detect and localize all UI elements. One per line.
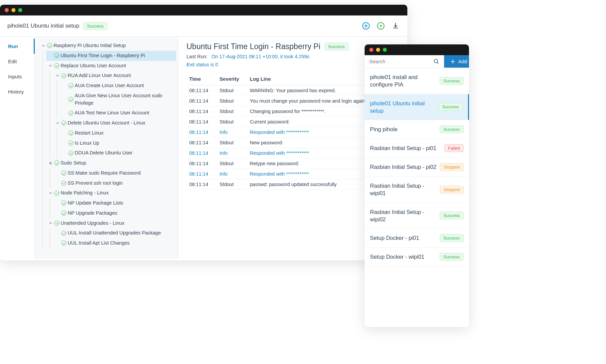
side-nav-item[interactable]: Edit	[0, 54, 35, 69]
log-cell-severity: Stdout	[217, 179, 247, 190]
search-input[interactable]	[369, 59, 433, 64]
tree-node-label: AUA Create Linux User Account	[75, 82, 144, 89]
check-icon	[68, 141, 73, 146]
check-icon	[68, 83, 73, 88]
window-min-icon[interactable]	[376, 48, 380, 52]
window-close-icon[interactable]	[369, 48, 373, 52]
list-item[interactable]: Rasbian Initial Setup - pi01Failed	[365, 139, 469, 158]
tree-node-label: SS Make sudo Require Password	[68, 170, 141, 177]
play-button[interactable]	[376, 22, 385, 30]
log-cell-severity: Stdout	[217, 117, 247, 127]
check-icon	[54, 53, 59, 58]
list-window: Add pihole01 install and configure PIASu…	[365, 44, 469, 327]
tree-node-label: AUA Give New Linux User Account sudo Pri…	[75, 92, 174, 107]
tree-node[interactable]: Node Patching - Linux	[46, 188, 176, 198]
list-item[interactable]: Rasbian Initial Setup - pi02Stopped	[365, 158, 469, 177]
last-run-label: Last Run:	[187, 54, 207, 59]
tree-node[interactable]: AUA Create Linux User Account	[60, 81, 176, 91]
add-label: Add	[458, 59, 467, 64]
tree-node-label: Unattended Upgrades - Linux	[61, 220, 124, 227]
chevron-down-icon[interactable]	[48, 191, 53, 195]
list-item[interactable]: Ping piholeSuccess	[365, 120, 469, 139]
tree-node-label: DDUA Delete Ubuntu User	[75, 149, 133, 157]
tree-node-label: Replace Ubuntu User Account	[61, 62, 126, 70]
status-badge: Success	[440, 77, 464, 85]
side-nav-item[interactable]: Inputs	[0, 69, 35, 84]
list-item[interactable]: pihole01 Ubuntu initial setupSuccess	[365, 94, 469, 120]
log-cell-severity: Info	[217, 127, 247, 138]
tree-node[interactable]: SS Make sudo Require Password	[53, 168, 176, 178]
log-cell-time: 08:11:14	[187, 96, 217, 106]
log-cell-time: 08:11:14	[187, 158, 217, 169]
add-button[interactable]	[362, 22, 370, 30]
detail-status-badge: Success	[325, 43, 348, 50]
tree-node[interactable]: Raspberry Pi Ubuntu Initial Setup	[39, 41, 176, 51]
tree-node[interactable]: AUA Test New Linux User Account	[60, 108, 176, 118]
log-cell-severity: Info	[217, 148, 247, 158]
tree-node[interactable]: SS Prevent ssh root login	[53, 178, 176, 188]
chevron-down-icon[interactable]	[55, 121, 60, 125]
tree-node[interactable]: Unattended Upgrades - Linux	[46, 218, 176, 228]
check-icon	[61, 73, 66, 78]
list-item-title: Rasbian Initial Setup - wipi02	[370, 208, 436, 223]
status-badge: Success	[440, 212, 464, 219]
last-run-value: On 17-Aug-2021 08:11 +10:00, it took 4.2…	[211, 54, 309, 59]
add-button[interactable]: Add	[444, 55, 469, 68]
status-badge: Success	[440, 253, 464, 261]
list-item-title: pihole01 Ubuntu initial setup	[370, 100, 435, 115]
list-item-title: pihole01 install and configure PIA	[370, 73, 436, 88]
status-badge: Success	[440, 234, 464, 242]
check-icon	[47, 43, 52, 48]
list-item[interactable]: Setup Docker - wipi01Success	[365, 248, 469, 266]
tree-node[interactable]: NP Upgrade Packages	[53, 208, 176, 218]
side-nav-item[interactable]: Run	[0, 39, 35, 54]
tree-node[interactable]: NP Update Package Lists	[53, 198, 176, 208]
list-item[interactable]: pihole01 install and configure PIASucces…	[365, 68, 469, 94]
tree-node-label: Restart Linux	[75, 130, 103, 137]
tree-node[interactable]: Replace Ubuntu User Account	[46, 61, 176, 71]
search-icon[interactable]	[433, 59, 439, 65]
window-max-icon[interactable]	[383, 48, 387, 52]
tree-node[interactable]: Delete Ubuntu User Account - Linux	[53, 118, 176, 128]
list-item[interactable]: Rasbian Initial Setup - wipi01Stopped	[365, 177, 469, 203]
tree-node-label: Raspberry Pi Ubuntu Initial Setup	[54, 42, 126, 49]
tree-node[interactable]: DDUA Delete Ubuntu User	[60, 148, 176, 158]
side-nav-item[interactable]: History	[0, 84, 35, 99]
chevron-down-icon[interactable]	[48, 161, 53, 166]
tree-node[interactable]: Sudo Setup	[46, 158, 176, 168]
detail-title: Ubuntu First Time Login - Raspberry Pi	[187, 42, 321, 51]
tree-node[interactable]: Restart Linux	[60, 128, 176, 138]
tree-node[interactable]: UUL Install Unattended Upgrades Package	[53, 228, 176, 238]
tree-node[interactable]: Ubuntu First Time Login - Raspberry Pi	[46, 51, 176, 61]
tree-node[interactable]: RUA Add Linux User Account	[53, 71, 176, 81]
tree-node-label: SS Prevent ssh root login	[68, 180, 123, 187]
download-button[interactable]	[391, 22, 400, 30]
log-cell-time: 08:11:14	[187, 138, 217, 148]
status-badge: Success	[439, 103, 463, 111]
chevron-down-icon[interactable]	[55, 73, 60, 78]
toolbar	[362, 22, 400, 30]
tree-node[interactable]: UUL Install Apt List Changes	[53, 238, 176, 248]
task-tree[interactable]: Raspberry Pi Ubuntu Initial SetupUbuntu …	[35, 37, 178, 259]
window-max-icon[interactable]	[18, 8, 22, 12]
status-badge: Stopped	[440, 163, 464, 171]
log-cell-severity: Stdout	[217, 106, 247, 117]
check-icon	[68, 131, 73, 136]
chevron-down-icon[interactable]	[41, 43, 46, 48]
window-min-icon[interactable]	[11, 8, 15, 12]
chevron-down-icon[interactable]	[48, 63, 53, 68]
check-icon	[61, 171, 66, 176]
tree-node[interactable]: Is Linux Up	[60, 138, 176, 148]
list-item[interactable]: Setup Docker - pi01Success	[365, 229, 469, 248]
log-cell-severity: Info	[217, 169, 247, 179]
main-window: pihole01 Ubuntu initial setup Success Ru…	[0, 5, 407, 260]
tree-node-label: UUL Install Apt List Changes	[68, 240, 130, 247]
plus-icon	[450, 59, 456, 64]
window-close-icon[interactable]	[5, 8, 9, 12]
chevron-down-icon[interactable]	[48, 221, 53, 225]
check-icon	[68, 111, 73, 116]
list-item[interactable]: Rasbian Initial Setup - wipi02Success	[365, 203, 469, 229]
tree-node[interactable]: AUA Give New Linux User Account sudo Pri…	[60, 91, 176, 108]
list-item-title: Ping pihole	[370, 125, 398, 133]
tree-node-label: AUA Test New Linux User Account	[75, 109, 149, 117]
